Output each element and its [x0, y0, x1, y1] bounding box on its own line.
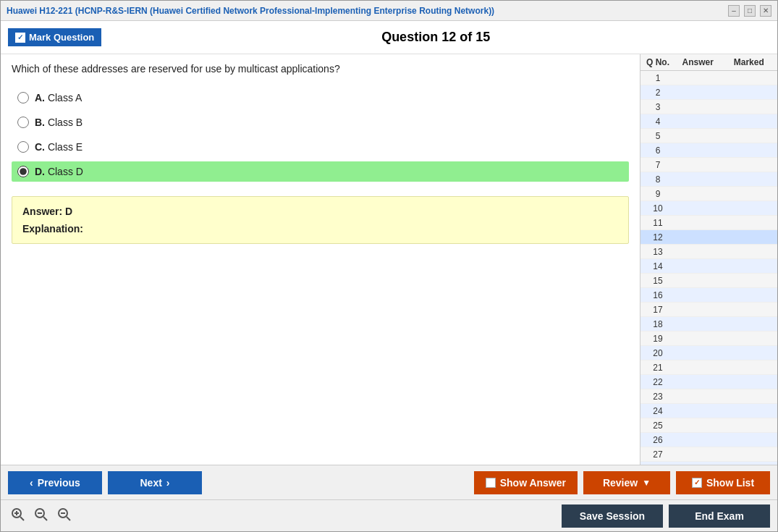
show-answer-button[interactable]: Show Answer — [474, 471, 578, 494]
show-answer-checkbox-icon — [486, 478, 496, 488]
mark-question-button[interactable]: Mark Question — [8, 28, 101, 46]
row-answer — [672, 159, 724, 170]
row-num: 21 — [643, 362, 672, 373]
option-d[interactable]: D. Class D — [12, 161, 629, 182]
row-marked — [724, 217, 775, 228]
option-d-label: D. Class D — [35, 166, 83, 177]
zoom-reset-icon — [34, 507, 48, 522]
side-panel-row[interactable]: 18 — [640, 317, 777, 332]
zoom-out-icon — [57, 507, 72, 522]
row-num: 12 — [643, 232, 672, 242]
side-panel-row[interactable]: 17 — [640, 303, 777, 317]
side-panel-row[interactable]: 15 — [640, 274, 777, 288]
side-panel-row[interactable]: 13 — [640, 245, 777, 259]
row-num: 9 — [643, 188, 672, 199]
row-marked — [724, 188, 775, 199]
mark-question-label: Mark Question — [29, 32, 94, 43]
side-panel-row[interactable]: 2 — [640, 85, 777, 100]
side-panel-row[interactable]: 1 — [640, 71, 777, 85]
zoom-out-button[interactable] — [54, 506, 75, 526]
side-panel-row[interactable]: 21 — [640, 360, 777, 375]
side-panel-row[interactable]: 22 — [640, 375, 777, 389]
row-num: 24 — [643, 405, 672, 416]
row-num: 18 — [643, 318, 672, 329]
side-panel-row[interactable]: 14 — [640, 259, 777, 274]
option-c-radio[interactable] — [17, 141, 29, 153]
option-b[interactable]: B. Class B — [12, 112, 629, 132]
row-marked — [724, 101, 775, 112]
review-button[interactable]: Review ▼ — [583, 471, 670, 494]
zoom-in-button[interactable] — [8, 506, 28, 526]
row-answer — [672, 145, 724, 156]
row-num: 11 — [643, 217, 672, 228]
row-answer — [672, 174, 724, 185]
options-list: A. Class A B. Class B C. Class E D. Clas… — [12, 88, 629, 182]
side-panel-list[interactable]: 1 2 3 4 5 6 7 8 — [640, 71, 777, 465]
side-panel-row[interactable]: 23 — [640, 389, 777, 404]
answer-line: Answer: D — [22, 206, 618, 217]
side-panel-row[interactable]: 10 — [640, 201, 777, 216]
side-panel-row[interactable]: 7 — [640, 158, 777, 172]
option-b-radio[interactable] — [17, 117, 29, 128]
close-button[interactable]: ✕ — [760, 5, 771, 17]
zoom-in-icon — [11, 507, 25, 522]
row-marked — [724, 130, 775, 141]
row-marked — [724, 203, 775, 214]
side-panel-row[interactable]: 26 — [640, 433, 777, 447]
option-a[interactable]: A. Class A — [12, 88, 629, 108]
option-c[interactable]: C. Class E — [12, 137, 629, 157]
option-a-radio[interactable] — [17, 92, 29, 104]
row-marked — [724, 304, 775, 315]
row-answer — [672, 261, 724, 271]
title-exam: H12-221 — [39, 6, 72, 16]
side-panel-row[interactable]: 24 — [640, 404, 777, 418]
row-answer — [672, 188, 724, 199]
row-marked — [724, 333, 775, 344]
row-marked — [724, 232, 775, 242]
side-panel: Q No. Answer Marked 1 2 3 4 5 6 — [640, 54, 777, 465]
maximize-button[interactable]: □ — [744, 5, 756, 17]
row-num: 8 — [643, 174, 672, 185]
row-answer — [672, 101, 724, 112]
review-arrow-icon: ▼ — [642, 478, 651, 488]
side-panel-row[interactable]: 11 — [640, 216, 777, 230]
end-exam-button[interactable]: End Exam — [669, 504, 770, 528]
side-panel-row[interactable]: 16 — [640, 288, 777, 303]
row-marked — [724, 87, 775, 98]
side-panel-row[interactable]: 3 — [640, 100, 777, 114]
option-c-label: C. Class E — [35, 141, 83, 153]
row-num: 23 — [643, 391, 672, 402]
row-num: 10 — [643, 203, 672, 214]
row-num: 3 — [643, 101, 672, 112]
row-num: 14 — [643, 261, 672, 271]
row-answer — [672, 376, 724, 387]
side-panel-header: Q No. Answer Marked — [640, 54, 777, 71]
row-answer — [672, 362, 724, 373]
side-panel-row[interactable]: 19 — [640, 332, 777, 346]
side-panel-row[interactable]: 12 — [640, 230, 777, 245]
row-marked — [724, 72, 775, 83]
row-marked — [724, 376, 775, 387]
row-num: 6 — [643, 145, 672, 156]
previous-button[interactable]: ‹ Previous — [8, 471, 102, 494]
show-list-button[interactable]: Show List — [676, 471, 770, 494]
prev-arrow-icon: ‹ — [30, 477, 33, 489]
col-answer: Answer — [672, 57, 724, 67]
option-d-radio[interactable] — [17, 166, 29, 177]
zoom-reset-button[interactable] — [31, 506, 51, 526]
side-panel-row[interactable]: 25 — [640, 418, 777, 433]
side-panel-row[interactable]: 27 — [640, 447, 777, 462]
side-panel-row[interactable]: 8 — [640, 172, 777, 187]
side-panel-row[interactable]: 20 — [640, 346, 777, 360]
save-session-button[interactable]: Save Session — [562, 504, 663, 528]
next-button[interactable]: Next › — [108, 471, 202, 494]
side-panel-row[interactable]: 4 — [640, 114, 777, 129]
side-panel-row[interactable]: 5 — [640, 129, 777, 143]
minimize-button[interactable]: – — [728, 5, 740, 17]
row-marked — [724, 246, 775, 257]
side-panel-row[interactable]: 6 — [640, 143, 777, 158]
row-num: 1 — [643, 72, 672, 83]
side-panel-row[interactable]: 9 — [640, 187, 777, 201]
row-answer — [672, 217, 724, 228]
row-num: 27 — [643, 449, 672, 460]
